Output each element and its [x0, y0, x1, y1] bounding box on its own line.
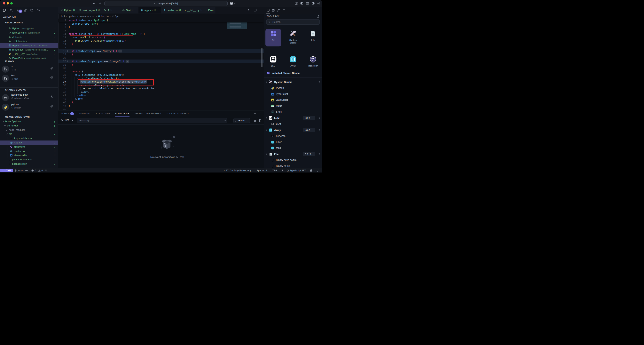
tree-item-render.tsx[interactable]: render.tsxU [0, 149, 58, 153]
block-item-Value[interactable]: Value [264, 103, 322, 109]
tab-Flow[interactable]: Flow [204, 7, 216, 14]
breadcrumb-item[interactable]: App [112, 15, 119, 18]
open-editor-Python[interactable]: Pythontasks/pythonU [0, 26, 58, 31]
tree-item-App.module.css[interactable]: App.module.cssU [0, 136, 58, 141]
gift-icon[interactable] [272, 9, 275, 12]
tree-item-package-lock.json[interactable]: {}package-lock.jsonU [0, 157, 58, 162]
open-editor-__init__.py[interactable]: __init__.pytasks/pythonU [0, 52, 58, 56]
tab-A[interactable]: AU [102, 7, 120, 14]
new-toolpack-icon[interactable] [316, 15, 319, 18]
export-logs-icon[interactable] [259, 119, 262, 122]
version-selector[interactable]: 0.2.6 [303, 116, 315, 120]
search-icon[interactable] [10, 9, 13, 12]
clear-logs-icon[interactable] [253, 119, 256, 122]
tab-__init__.py[interactable]: __init__.pyU [183, 7, 204, 14]
version-selector[interactable]: 0.0.8 [303, 128, 315, 132]
fold-chevron-icon[interactable] [66, 60, 69, 63]
block-item-TypeScript[interactable]: TSTypeScript [264, 91, 322, 97]
settings-gear-icon[interactable] [317, 2, 320, 5]
breadcrumb-item[interactable]: oo-render [79, 15, 89, 18]
more-icon[interactable] [51, 16, 54, 19]
code-line-34[interactable]: 34return ( [58, 70, 264, 73]
info-icon[interactable] [317, 153, 320, 156]
code-line-41[interactable]: 41</div> [58, 94, 264, 97]
sync-icon[interactable] [248, 9, 251, 12]
code-line-26[interactable]: 26if (contextProps.type === "image") {⋯ [58, 60, 264, 63]
log-list-icon[interactable] [72, 119, 74, 122]
branch-status[interactable]: main* [15, 168, 28, 173]
code-line-7[interactable]: 7export interface AppProps { [58, 19, 264, 22]
gear-icon[interactable] [50, 105, 53, 108]
folder-icon[interactable] [30, 9, 34, 12]
tab-render.tsx[interactable]: render.tsxU [161, 7, 183, 14]
open-editor-Test[interactable]: Testflows/testU [0, 39, 58, 43]
remote-indicator[interactable]: OVM [0, 169, 13, 172]
code-line-45[interactable]: 45 [58, 107, 264, 110]
caret-down-icon[interactable] [266, 81, 268, 83]
toolpack-tile-File[interactable]: File [305, 30, 321, 41]
tree-item-vite-env.d.ts[interactable]: TSvite-env.d.tsU [0, 153, 58, 157]
folded-code-icon[interactable]: ⋯ [118, 50, 122, 53]
cube-icon[interactable] [266, 9, 270, 12]
gear-icon[interactable] [50, 95, 53, 98]
info-icon[interactable] [317, 81, 320, 84]
block-item-LLM[interactable]: LLM [264, 121, 322, 127]
language-mode[interactable]: {} TypeScript JSX [286, 168, 306, 173]
feedback-icon[interactable] [282, 9, 286, 12]
info-icon[interactable] [317, 129, 320, 132]
flow-selector[interactable]: test [61, 119, 69, 121]
assistant-menu[interactable] [230, 2, 236, 5]
key-icon[interactable] [37, 9, 40, 12]
gear-icon[interactable] [50, 67, 53, 70]
back-arrow-icon[interactable] [93, 2, 96, 5]
code-line-24[interactable]: 24} [58, 53, 264, 56]
breadcrumb-item[interactable]: App.tsx [98, 15, 109, 18]
code-line-35[interactable]: 35<div className={styles.container}> [58, 73, 264, 77]
tree-item-package.json[interactable]: {}package.jsonU [0, 162, 58, 166]
assistant-status[interactable] [309, 168, 312, 173]
block-item-Shell[interactable]: Shell [264, 109, 322, 115]
close-traffic-light[interactable] [3, 2, 5, 5]
folded-code-icon[interactable]: ⋯ [126, 60, 129, 63]
breadcrumb-item[interactable]: python [69, 15, 76, 18]
more-icon[interactable] [260, 9, 263, 12]
encoding-status[interactable]: UTF-8 [271, 168, 277, 173]
block-item-Python[interactable]: Python [264, 85, 322, 91]
caret-down-icon[interactable] [266, 117, 268, 119]
ports-status[interactable]: 1 [45, 168, 50, 173]
tab-App.tsx[interactable]: App.tsxU [139, 7, 161, 14]
block-item-Map[interactable]: Map [264, 145, 322, 151]
chevron-down-icon[interactable] [2, 120, 4, 123]
chevron-down-icon[interactable] [2, 89, 4, 91]
code-line-32[interactable]: 32} [58, 63, 264, 67]
bottom-tab-PORTS[interactable]: PORTS1 [61, 112, 74, 115]
open-editor-A[interactable]: Aflows/aU [0, 35, 58, 39]
block-item-JavaScript[interactable]: JSJavaScript [264, 97, 322, 103]
tree-item-node_modules[interactable]: node_modules [0, 128, 58, 132]
code-line-43[interactable]: 43); [58, 101, 264, 104]
zoom-traffic-light[interactable] [10, 2, 13, 5]
version-selector[interactable]: 0.0.10 [303, 152, 315, 156]
chevron-up-icon[interactable] [254, 112, 256, 115]
bottom-tab-PROJECT BOOTSTRAP[interactable]: PROJECT BOOTSTRAP [134, 112, 161, 115]
code-line-39[interactable]: 39Go to this block's oo-render for custo… [58, 87, 264, 90]
chevron-right-icon[interactable] [6, 129, 8, 131]
block-section-LLM[interactable]: LLM0.2.6 [264, 115, 322, 121]
bottom-tab-TOOLPACK INSTALL[interactable]: TOOLPACK INSTALL [166, 112, 190, 115]
editor-scrollbar[interactable] [261, 48, 262, 67]
toolpack-tile-Transform[interactable]: Transform [305, 56, 321, 67]
caret-down-icon[interactable] [266, 153, 268, 155]
code-line-25[interactable]: 25 [58, 56, 264, 60]
toolpack-search-input[interactable] [266, 19, 320, 25]
tree-item-oo-render[interactable]: oo-render [0, 124, 58, 128]
close-icon[interactable] [5, 44, 7, 47]
events-dropdown[interactable]: Events [234, 118, 250, 123]
problems-status[interactable]: 0 0 [31, 168, 43, 173]
workspace-search-bar[interactable]: usage-guide [OVM] [104, 1, 228, 6]
open-editor-task.oo.yaml[interactable]: task.oo.yamltasks/pythonU [0, 31, 58, 35]
breadcrumb-item[interactable]: tasks [61, 15, 66, 18]
blocks-icon[interactable] [24, 9, 27, 12]
toolpack-tile-All[interactable]: All [266, 30, 281, 41]
code-line-16[interactable]: 16if (contextProps === "Empty") {⋯ [58, 49, 264, 53]
cursor-position[interactable]: Ln 37, Col 54 (45 selected) [223, 168, 251, 173]
